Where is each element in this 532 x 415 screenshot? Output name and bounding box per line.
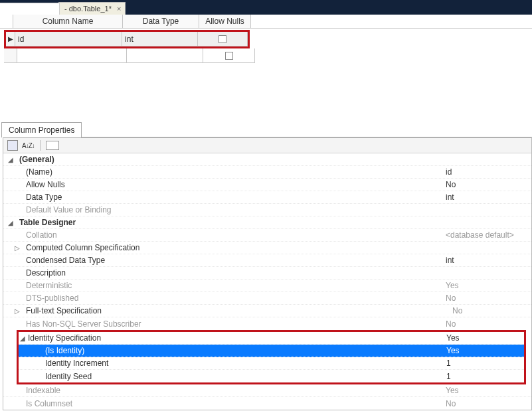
collapse-icon[interactable]: ◢ (19, 335, 27, 342)
category-general[interactable]: ◢ (General) (3, 153, 531, 166)
prop-collation[interactable]: Collation <database default> (3, 229, 531, 242)
prop-dts-published[interactable]: DTS-published No (3, 292, 531, 305)
cell-column-name[interactable] (17, 48, 127, 63)
prop-fulltext-spec[interactable]: ▷ Full-text Specification No (3, 305, 531, 317)
expand-icon[interactable]: ▷ (3, 307, 25, 315)
grid-header: Column Name Data Type Allow Nulls (0, 15, 532, 29)
prop-deterministic[interactable]: Deterministic Yes (3, 280, 531, 292)
prop-is-identity[interactable]: (Is Identity) Yes (19, 345, 524, 357)
prop-identity-spec[interactable]: ◢ Identity Specification Yes (19, 332, 524, 345)
prop-description[interactable]: Description (3, 267, 531, 280)
table-row[interactable] (4, 48, 532, 63)
expand-icon[interactable]: ▷ (3, 244, 25, 252)
prop-default-value[interactable]: Default Value or Binding (3, 204, 531, 216)
panel-tab[interactable]: Column Properties (1, 122, 82, 137)
property-grid: ◢ (General) (Name) id Allow Nulls No Dat… (3, 153, 531, 410)
cell-data-type[interactable] (127, 48, 203, 63)
header-column-name[interactable]: Column Name (13, 15, 123, 28)
checkbox-icon[interactable] (219, 35, 226, 43)
cell-column-name[interactable]: id (15, 32, 122, 46)
close-icon[interactable]: × (117, 5, 121, 13)
prop-indexable[interactable]: Indexable Yes (3, 384, 531, 397)
cell-allow-nulls[interactable] (203, 48, 255, 63)
document-tab[interactable]: - dbo.Table_1* × (58, 2, 126, 15)
table-row[interactable]: ▶ id int (6, 32, 248, 46)
row-indicator[interactable] (4, 48, 17, 63)
alpha-sort-icon[interactable]: A↓Z↓ (22, 142, 35, 149)
highlight-identity-box: ◢ Identity Specification Yes (Is Identit… (17, 330, 526, 384)
tab-prefix-area (0, 3, 60, 15)
prop-computed-spec[interactable]: ▷ Computed Column Specification (3, 242, 531, 254)
triangle-right-icon: ▶ (8, 35, 13, 42)
separator (40, 140, 41, 151)
prop-allow-nulls[interactable]: Allow Nulls No (3, 179, 531, 191)
prop-identity-increment[interactable]: Identity Increment 1 (19, 357, 524, 370)
properties-toolbar: A↓Z↓ (3, 137, 531, 153)
category-table-designer[interactable]: ◢ Table Designer (3, 216, 531, 229)
cell-data-type[interactable]: int (122, 32, 198, 46)
row-handle-header (0, 15, 13, 28)
property-pages-icon[interactable] (46, 141, 59, 150)
column-properties-panel: Column Properties A↓Z↓ ◢ (General) (Name… (0, 122, 532, 410)
tab-title: - dbo.Table_1* (64, 5, 112, 13)
checkbox-icon[interactable] (225, 52, 233, 60)
categorized-icon[interactable] (7, 140, 18, 151)
prop-data-type[interactable]: Data Type int (3, 191, 531, 204)
prop-nonsql-subscriber[interactable]: Has Non-SQL Server Subscriber No (3, 317, 531, 330)
header-allow-nulls[interactable]: Allow Nulls (199, 15, 251, 28)
collapse-icon[interactable]: ◢ (3, 219, 18, 226)
row-indicator[interactable]: ▶ (6, 32, 15, 46)
prop-condensed-type[interactable]: Condensed Data Type int (3, 254, 531, 267)
prop-is-columnset[interactable]: Is Columnset No (3, 397, 531, 410)
title-bar: - dbo.Table_1* × (0, 0, 532, 15)
collapse-icon[interactable]: ◢ (3, 156, 18, 163)
prop-identity-seed[interactable]: Identity Seed 1 (19, 370, 524, 382)
cell-allow-nulls[interactable] (198, 32, 248, 46)
highlight-row-box: ▶ id int (4, 30, 250, 48)
prop-name[interactable]: (Name) id (3, 166, 531, 179)
column-grid: Column Name Data Type Allow Nulls ▶ id i… (0, 15, 532, 63)
header-data-type[interactable]: Data Type (123, 15, 199, 28)
